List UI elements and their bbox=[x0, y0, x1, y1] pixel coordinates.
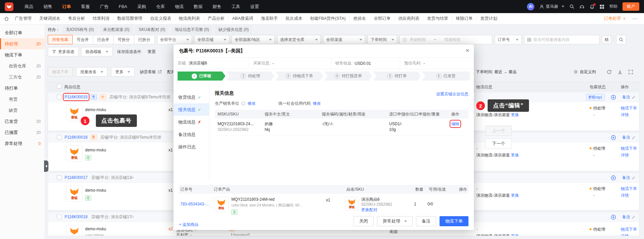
change-channel-link[interactable]: 更换 bbox=[511, 112, 519, 117]
quicknav-item[interactable]: 批次成本 bbox=[281, 16, 306, 21]
sidebar-item-pending[interactable]: 待处理20 bbox=[0, 38, 45, 49]
package-number-link[interactable]: P116K00018 bbox=[65, 214, 88, 219]
quicknav-item[interactable]: 海卖助手 bbox=[257, 16, 281, 21]
quicknav-item[interactable]: 产品分析 bbox=[204, 16, 228, 21]
quicknav-item[interactable]: ABA搜索词 bbox=[228, 16, 257, 21]
more-filters-button[interactable]: 更多筛选 bbox=[48, 47, 79, 56]
quicknav-active-tab-order-processing[interactable]: 订单处理 × bbox=[600, 16, 630, 21]
close-tab-icon[interactable]: × bbox=[623, 16, 626, 21]
todo-filter-no-ioss[interactable]: 无IOSS税号 (0) bbox=[63, 26, 97, 34]
menu-item[interactable]: 销售 bbox=[38, 4, 57, 10]
edit-customs-link[interactable]: 编辑 bbox=[451, 122, 459, 126]
quicknav-item[interactable]: 售后分析 bbox=[64, 16, 89, 21]
download-icon[interactable] bbox=[617, 69, 622, 75]
row-checkbox[interactable] bbox=[57, 95, 62, 99]
quicknav-item[interactable]: 物流商列表 bbox=[175, 16, 204, 21]
time-type-select[interactable]: 下单时间 bbox=[368, 35, 397, 44]
row-note-link[interactable]: 备注 bbox=[622, 214, 636, 220]
todo-filter-sku-unpaired[interactable]: SKU未配对 (0) bbox=[136, 26, 169, 34]
menu-item[interactable]: 设置 bbox=[245, 4, 264, 10]
row-checkbox[interactable] bbox=[57, 214, 62, 219]
tab-logistics-info[interactable]: 物流信息✗ bbox=[174, 116, 209, 128]
row-logistics-order-link[interactable]: 物流下单 bbox=[621, 105, 637, 111]
tab-receiver-info[interactable]: 收货信息✓ bbox=[174, 91, 209, 103]
menu-item[interactable]: FBA bbox=[114, 4, 132, 9]
sidebar-item-logistics-order[interactable]: 物流下单 bbox=[0, 49, 45, 60]
menu-item[interactable]: 工具 bbox=[226, 4, 245, 10]
search-input[interactable] bbox=[533, 37, 597, 42]
stockout-board-link[interactable]: 缺货看板 bbox=[140, 69, 162, 75]
menu-item[interactable]: 仓库 bbox=[151, 4, 170, 10]
sort-indicator[interactable]: 下单时间: 最近 → 最远 bbox=[476, 69, 517, 75]
support-headset-icon[interactable] bbox=[579, 4, 584, 9]
modify-producer-link[interactable]: 修改 bbox=[248, 101, 256, 106]
warehouse-select[interactable]: 选择发货仓库 bbox=[277, 35, 321, 44]
shop-select[interactable]: 全部店铺 bbox=[194, 35, 229, 44]
todo-filter-address-incomplete[interactable]: 地址信息不完整 (0) bbox=[171, 26, 212, 34]
note-button[interactable]: 备注 bbox=[416, 216, 436, 226]
sidebar-item-third-party-warehouse[interactable]: 三方仓20 bbox=[0, 71, 45, 83]
platform-select[interactable]: 全部平台 bbox=[157, 35, 192, 44]
submit-logistics-order-button[interactable]: 物流下单 bbox=[440, 216, 468, 226]
account-button[interactable]: 账户 bbox=[622, 2, 639, 11]
change-channel-link[interactable]: 更换 bbox=[511, 153, 519, 157]
marketplace-selector[interactable]: 亚马逊 bbox=[539, 4, 564, 9]
row-note-link[interactable]: 备注 bbox=[622, 94, 636, 100]
batch-rename-button[interactable]: 批量改名 bbox=[76, 67, 108, 77]
menu-item[interactable]: 财务 bbox=[207, 4, 226, 10]
more-actions-button[interactable]: 更多 bbox=[111, 67, 135, 77]
expand-row-icon[interactable] bbox=[611, 175, 616, 181]
help-link[interactable]: 帮助 bbox=[609, 4, 617, 9]
order-number-link[interactable]: 783-8534343-... bbox=[179, 197, 213, 215]
quicknav-item[interactable]: 结算利润 bbox=[89, 16, 113, 21]
package-number-link[interactable]: P116K00017 bbox=[65, 175, 88, 180]
precise-search-toggle[interactable]: 精 bbox=[602, 36, 611, 44]
sidebar-item-to-print[interactable]: 待打单 bbox=[0, 83, 45, 94]
menu-item[interactable]: 广告 bbox=[95, 4, 114, 10]
next-package-button[interactable]: 下一个 bbox=[485, 138, 512, 149]
expand-row-icon[interactable] bbox=[611, 214, 616, 220]
sidebar-item-all-orders[interactable]: 全部订单 bbox=[0, 27, 45, 38]
expand-row-icon[interactable] bbox=[611, 135, 616, 140]
row-checkbox[interactable] bbox=[57, 175, 62, 180]
ai-assistant-badge[interactable]: AI bbox=[527, 3, 534, 10]
quicknav-item[interactable]: 移除订单 bbox=[452, 16, 477, 21]
change-channel-link[interactable]: 更换 bbox=[511, 193, 519, 198]
row-note-link[interactable]: 备注 bbox=[622, 175, 636, 181]
segment-mergeable[interactable]: 可合并 bbox=[72, 35, 93, 44]
quicknav-item[interactable]: 数据范围管理 bbox=[113, 16, 146, 21]
change-channel-link[interactable]: 更换 bbox=[511, 234, 519, 236]
custom-columns-button[interactable]: 自定义列 bbox=[573, 69, 596, 75]
segment-merged[interactable]: 已合并 bbox=[93, 35, 114, 44]
tab-customs-info[interactable]: 报关信息✓ bbox=[174, 103, 209, 116]
quicknav-item[interactable]: 供应商列表 bbox=[394, 16, 423, 21]
exception-handling-button[interactable]: 异常处理 bbox=[377, 216, 413, 226]
menu-item[interactable]: 采购 bbox=[132, 4, 151, 10]
search-submit-button[interactable] bbox=[616, 35, 626, 44]
todo-filter-missing-customs[interactable]: 缺少报关信息 (0) bbox=[215, 26, 252, 34]
quicknav-item[interactable]: 全部订单 bbox=[370, 16, 394, 21]
app-logo[interactable] bbox=[5, 2, 13, 11]
close-button[interactable]: 关闭 bbox=[353, 216, 374, 226]
quicknav-item[interactable]: 创建FBA货件(STA) bbox=[306, 16, 349, 21]
quicknav-item[interactable]: 发货计划 bbox=[477, 16, 501, 21]
package-number-link[interactable]: P116K00016 bbox=[65, 135, 88, 140]
sidebar-item-shipped[interactable]: 已发货20 bbox=[0, 116, 45, 127]
filter-template-select[interactable]: 筛选模板 bbox=[81, 47, 113, 56]
reset-filter-button[interactable]: 重置 bbox=[146, 49, 158, 55]
menu-item[interactable]: 数据 bbox=[189, 4, 207, 10]
sidebar-collapse-handle[interactable] bbox=[44, 160, 48, 172]
menu-item[interactable]: 物流 bbox=[170, 4, 189, 10]
search-icon[interactable] bbox=[569, 4, 574, 9]
row-note-link[interactable]: 备注 bbox=[622, 135, 636, 140]
order-number-type-select[interactable]: 订单号 bbox=[495, 35, 522, 44]
row-detail-link[interactable]: 详情 bbox=[621, 233, 637, 236]
repair-pairing-link[interactable]: 更换配对 bbox=[361, 207, 377, 212]
sidebar-item-exception[interactable]: 异常处理0 bbox=[0, 138, 45, 149]
menu-item[interactable]: 商品 bbox=[20, 4, 38, 10]
quicknav-item[interactable]: 关键词排名 bbox=[35, 16, 64, 21]
modal-close-icon[interactable]: × bbox=[466, 47, 469, 54]
previous-package-button[interactable]: 上一个 bbox=[485, 126, 512, 136]
quicknav-more-icon[interactable]: ⋯ bbox=[630, 16, 640, 22]
row-detail-link[interactable]: 详情 bbox=[621, 111, 637, 118]
